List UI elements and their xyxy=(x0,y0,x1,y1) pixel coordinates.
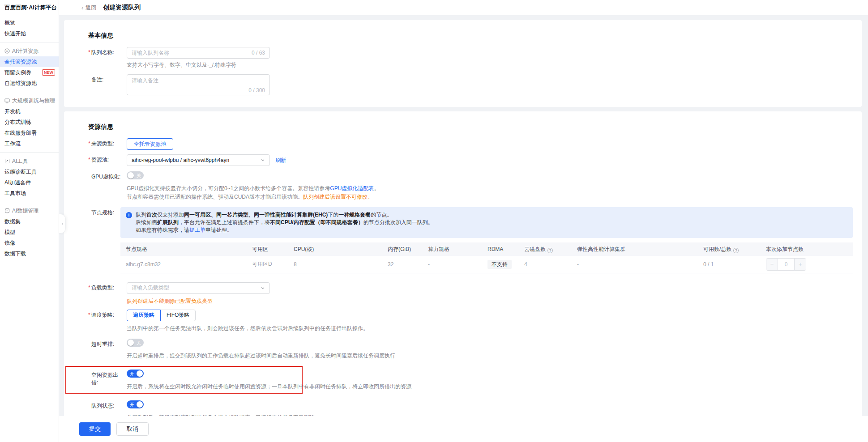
info-icon: i xyxy=(126,212,132,218)
scheduling-label: *调度策略: xyxy=(88,310,121,332)
stepper-value[interactable]: 0 xyxy=(778,259,795,270)
required-mark: * xyxy=(88,312,90,318)
sidebar-item-overview[interactable]: 概览 xyxy=(0,17,59,28)
sidebar-item-devmachine[interactable]: 开发机 xyxy=(0,106,59,117)
node-spec-table: 节点规格 可用区 CPU(核) 内存(GiB) 算力规格 RDMA 云磁盘数? … xyxy=(120,242,853,273)
sidebar-item-model[interactable]: 模型 xyxy=(0,227,59,238)
gpu-virtualization-toggle[interactable]: 关 xyxy=(127,171,144,179)
workload-type-row: *负载类型: 请输入负载类型 队列创建后不能删除已配置负载类型 xyxy=(88,282,853,305)
sidebar-group-label: AI工具 xyxy=(12,157,28,165)
svg-text:AI: AI xyxy=(6,50,9,52)
table-header-row: 节点规格 可用区 CPU(核) 内存(GiB) 算力规格 RDMA 云磁盘数? … xyxy=(120,242,853,256)
divider xyxy=(0,42,59,42)
idle-lending-row: 空闲资源出借: 开 开启后，系统将在空闲时段允许闲时任务临时使用闲置资源；一旦本… xyxy=(88,370,853,391)
sidebar-item-data-download[interactable]: 数据下载 xyxy=(0,248,59,259)
sidebar-item-distributed-training[interactable]: 分布式训练 xyxy=(0,117,59,128)
sidebar-item-selfops-pool[interactable]: 自运维资源池 xyxy=(0,78,59,89)
divider xyxy=(0,202,59,202)
toggle-state-label: 开 xyxy=(130,402,134,408)
main-area: ‹ 返回 创建资源队列 基本信息 *队列名称: 0 / 63 支持大小写字母、数… xyxy=(59,0,868,442)
page-header: ‹ 返回 创建资源队列 xyxy=(59,0,868,15)
table-row: aihc.g7.c8m32 可用区D 8 32 - 不支持 4 - 0 / 1 xyxy=(120,256,853,273)
help-icon[interactable]: ? xyxy=(547,248,553,253)
resource-pool-select[interactable]: aihc-reg-pool-wlpbu / aihc-yvwt6pph4ayn xyxy=(127,154,270,166)
col-memory: 内存(GiB) xyxy=(382,242,423,256)
resource-pool-label: *资源池: xyxy=(88,154,121,166)
ai-tools-icon xyxy=(4,158,10,164)
scheduling-option-fifo[interactable]: FIFO策略 xyxy=(160,310,196,321)
resource-pool-row: *资源池: aihc-reg-pool-wlpbu / aihc-yvwt6pp… xyxy=(88,154,853,166)
footer-actions: 提交 取消 xyxy=(59,416,868,442)
required-mark: * xyxy=(88,140,90,147)
timeout-requeue-toggle[interactable]: 关 xyxy=(127,339,144,347)
required-mark: * xyxy=(88,49,90,55)
sidebar-collapse-handle[interactable]: ‹ xyxy=(59,214,66,234)
cell-node-spec: aihc.g7.c8m32 xyxy=(120,256,247,273)
toggle-knob xyxy=(128,340,134,346)
sidebar-item-tool-market[interactable]: 工具市场 xyxy=(0,188,59,199)
cell-compute-spec: - xyxy=(423,256,482,273)
col-node-spec: 节点规格 xyxy=(120,242,247,256)
cancel-button[interactable]: 取消 xyxy=(116,422,149,436)
queue-name-hint: 支持大小写字母、数字、中文以及-_/.特殊字符 xyxy=(127,61,853,69)
help-icon[interactable]: ? xyxy=(733,248,739,253)
app-title: 百度百舸·AI计算平台 xyxy=(0,0,59,15)
sidebar-item-image[interactable]: 镜像 xyxy=(0,238,59,248)
back-label: 返回 xyxy=(86,4,96,12)
remark-textarea[interactable] xyxy=(132,77,265,87)
submit-button[interactable]: 提交 xyxy=(79,422,111,436)
divider xyxy=(0,152,59,153)
queue-status-toggle[interactable]: 开 xyxy=(127,400,144,408)
sidebar-group-label: AI数据管理 xyxy=(12,207,38,215)
scheduling-row: *调度策略: 遍历策略 FIFO策略 当队列中的第一个任务无法出队，则会跳过该任… xyxy=(88,310,853,332)
col-zone: 可用区 xyxy=(247,242,288,256)
toggle-state-label: 关 xyxy=(137,173,141,179)
node-count-stepper: − 0 + xyxy=(766,258,806,271)
timeout-requeue-label: 超时重排: xyxy=(88,339,121,360)
back-button[interactable]: ‹ 返回 xyxy=(81,4,96,12)
required-mark: * xyxy=(88,285,90,291)
page-content: 基本信息 *队列名称: 0 / 63 支持大小写字母、数字、中文以及-_/.特殊… xyxy=(59,15,868,433)
refresh-link[interactable]: 刷新 xyxy=(275,157,286,164)
queue-name-input[interactable] xyxy=(132,50,248,56)
section-title-basic-info: 基本信息 xyxy=(88,32,853,40)
toggle-state-label: 关 xyxy=(137,340,141,346)
scheduling-option-traverse[interactable]: 遍历策略 xyxy=(127,310,161,321)
section-title-resource-info: 资源信息 xyxy=(88,123,853,131)
workload-type-select[interactable]: 请输入负载类型 xyxy=(127,282,270,294)
sidebar-item-quickstart[interactable]: 快速开始 xyxy=(0,28,59,39)
ai-compute-icon: AI xyxy=(4,48,10,54)
stepper-increase-button[interactable]: + xyxy=(795,259,806,270)
queue-name-label: *队列名称: xyxy=(88,47,121,69)
stepper-decrease-button[interactable]: − xyxy=(766,259,778,270)
gpu-compat-table-link[interactable]: GPU虚拟化适配表 xyxy=(330,185,374,191)
toggle-knob xyxy=(128,172,134,178)
queue-name-counter: 0 / 63 xyxy=(252,50,265,56)
cell-available-total: 0 / 1 xyxy=(698,256,761,273)
chevron-left-icon: ‹ xyxy=(81,4,83,11)
queue-name-row: *队列名称: 0 / 63 支持大小写字母、数字、中文以及-_/.特殊字符 xyxy=(88,47,853,69)
sidebar-item-ops-diagnostics[interactable]: 运维诊断工具 xyxy=(0,166,59,177)
sidebar-item-managed-pool[interactable]: 全托管资源池 xyxy=(0,56,59,67)
node-spec-label: 节点规格: xyxy=(88,207,121,273)
source-type-label: *来源类型: xyxy=(88,138,121,150)
sidebar-item-reserved-voucher[interactable]: 预留实例券 NEW xyxy=(0,67,59,78)
divider xyxy=(0,92,59,92)
new-badge: NEW xyxy=(42,69,55,76)
timeout-requeue-desc: 开启超时重排后，提交到该队列的工作负载在排队超过该时间后自动重新排队，避免长时间… xyxy=(127,352,853,360)
sidebar-group-ai-tools: AI工具 xyxy=(0,156,59,166)
sidebar-item-online-service[interactable]: 在线服务部署 xyxy=(0,128,59,138)
idle-lending-toggle[interactable]: 开 xyxy=(127,370,144,378)
sidebar-item-ai-acceleration[interactable]: AI加速套件 xyxy=(0,177,59,188)
notice-line-1: 队列首次仅支持添加同一可用区、同一芯片类型、同一弹性高性能计算集群(EHC)下的… xyxy=(136,211,433,219)
toggle-state-label: 开 xyxy=(130,371,134,377)
data-management-icon xyxy=(4,208,10,213)
node-spec-notice: i 队列首次仅支持添加同一可用区、同一芯片类型、同一弹性高性能计算集群(EHC)… xyxy=(120,207,853,238)
sidebar-group-data-management: AI数据管理 xyxy=(0,205,59,216)
gpu-virtualization-label: GPU虚拟化: xyxy=(88,171,121,201)
sidebar-item-workflow[interactable]: 工作流 xyxy=(0,138,59,149)
col-rdma: RDMA xyxy=(482,242,519,256)
sidebar-item-dataset[interactable]: 数据集 xyxy=(0,216,59,227)
source-type-managed-pool-button[interactable]: 全托管资源池 xyxy=(127,138,173,150)
ticket-link[interactable]: 提工单 xyxy=(189,227,205,233)
